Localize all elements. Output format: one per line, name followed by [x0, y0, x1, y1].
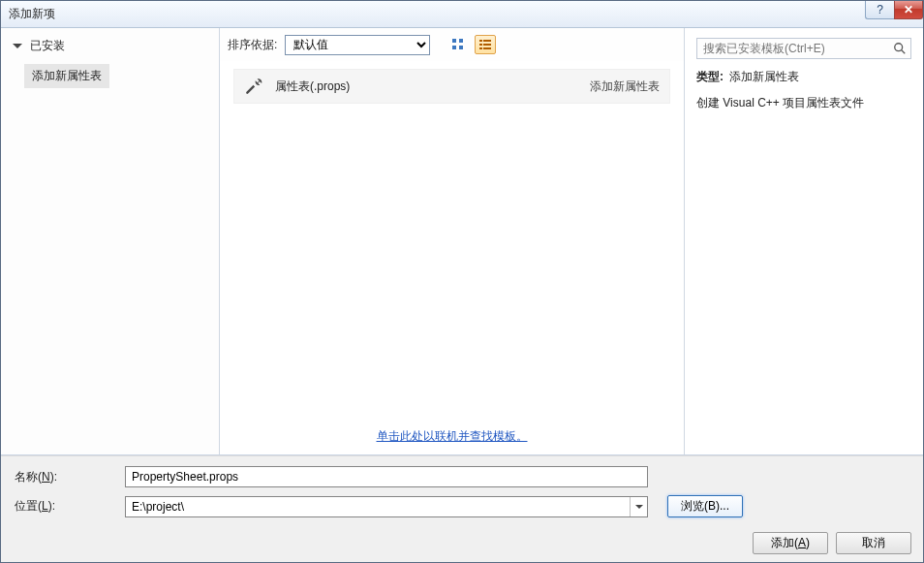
add-button[interactable]: 添加(A) [753, 532, 828, 554]
sidebar-group-label: 已安装 [30, 38, 65, 54]
info-description: 创建 Visual C++ 项目属性表文件 [696, 95, 911, 111]
svg-rect-1 [459, 39, 463, 43]
sidebar-group-installed[interactable]: 已安装 [1, 28, 219, 60]
sidebar-item-property-sheet[interactable]: 添加新属性表 [24, 64, 109, 88]
name-label: 名称(N): [15, 469, 117, 485]
info-type-label: 类型: [696, 69, 724, 85]
name-row: 名称(N): [15, 466, 909, 487]
wrench-icon [244, 77, 263, 96]
svg-rect-5 [483, 40, 491, 42]
svg-point-10 [895, 44, 903, 51]
svg-rect-2 [452, 46, 456, 49]
cancel-button[interactable]: 取消 [836, 532, 911, 554]
sidebar: 已安装 添加新属性表 [1, 28, 220, 454]
browse-button[interactable]: 浏览(B)... [667, 495, 743, 517]
svg-line-11 [902, 50, 906, 54]
info-description-text: 创建 Visual C++ 项目属性表文件 [696, 95, 864, 111]
search-wrap [696, 38, 911, 59]
chevron-down-icon [13, 44, 22, 48]
help-button[interactable]: ? [865, 1, 894, 19]
location-input[interactable] [126, 497, 630, 516]
tiles-icon [451, 38, 465, 51]
close-icon: ✕ [904, 3, 913, 16]
template-item-label: 属性表(.props) [275, 78, 350, 95]
window-controls: ? ✕ [865, 1, 923, 20]
center-panel: 排序依据: 默认值 [220, 28, 685, 454]
toolbar: 排序依据: 默认值 [220, 28, 684, 61]
fields-panel: 名称(N): 位置(L): 浏览(B)... [1, 455, 923, 523]
list-icon [478, 38, 492, 51]
template-item-subtitle: 添加新属性表 [590, 78, 660, 95]
online-templates-link[interactable]: 单击此处以联机并查找模板。 [377, 429, 528, 443]
info-panel: 类型: 添加新属性表 创建 Visual C++ 项目属性表文件 [685, 28, 923, 454]
sort-by-select[interactable]: 默认值 [285, 35, 430, 55]
dialog-window: 添加新项 ? ✕ 已安装 添加新属性表 排序依据: [0, 0, 924, 563]
info-type-line: 类型: 添加新属性表 [696, 69, 911, 85]
help-icon: ? [877, 3, 883, 16]
svg-rect-9 [483, 47, 491, 49]
info-type-value: 添加新属性表 [729, 69, 799, 85]
search-icon[interactable] [892, 41, 908, 56]
footer: 添加(A) 取消 [1, 523, 923, 562]
svg-rect-0 [452, 39, 456, 43]
location-label: 位置(L): [15, 498, 117, 515]
template-list: 属性表(.props) 添加新属性表 单击此处以联机并查找模板。 [220, 61, 684, 454]
main-content: 已安装 添加新属性表 排序依据: 默认值 [1, 28, 923, 455]
view-tiles-button[interactable] [447, 35, 469, 54]
close-button[interactable]: ✕ [894, 1, 923, 19]
view-list-button[interactable] [475, 35, 496, 54]
svg-rect-3 [459, 46, 463, 49]
sort-by-label: 排序依据: [228, 37, 277, 53]
location-combo[interactable] [125, 496, 648, 517]
chevron-down-icon [635, 505, 643, 509]
sidebar-item-label: 添加新属性表 [32, 69, 102, 82]
svg-rect-6 [479, 44, 482, 46]
name-input[interactable] [125, 466, 648, 487]
template-item-props[interactable]: 属性表(.props) 添加新属性表 [233, 69, 670, 104]
title-bar: 添加新项 ? ✕ [1, 1, 923, 28]
svg-rect-4 [479, 40, 482, 42]
location-dropdown-button[interactable] [630, 497, 647, 516]
location-row: 位置(L): 浏览(B)... [15, 495, 909, 517]
online-templates-wrap: 单击此处以联机并查找模板。 [220, 421, 684, 454]
svg-rect-8 [479, 47, 482, 49]
svg-rect-7 [483, 44, 491, 46]
window-title: 添加新项 [9, 6, 55, 22]
search-input[interactable] [696, 38, 911, 59]
